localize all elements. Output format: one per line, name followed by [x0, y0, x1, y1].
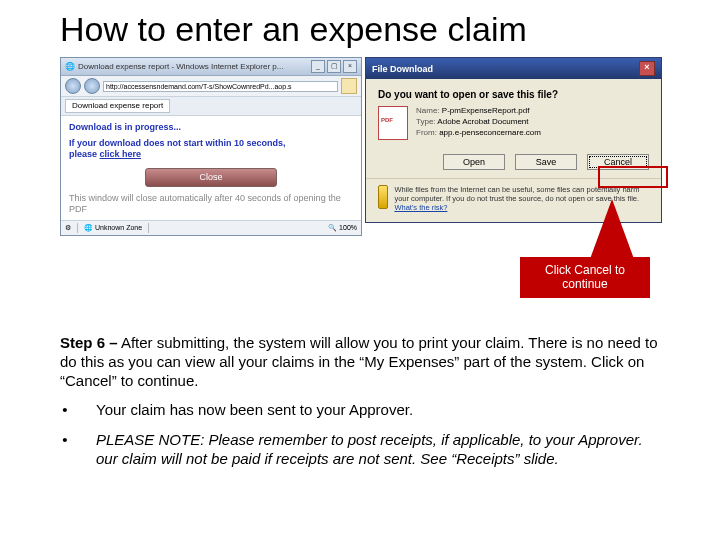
step6: Step 6 – After submitting, the system wi…	[60, 334, 660, 390]
cancel-highlight	[598, 166, 668, 188]
wait-line1: If your download does not start within 1…	[69, 138, 286, 148]
callout: Click Cancel to continue	[520, 257, 650, 298]
shield-icon	[378, 185, 388, 209]
close-button[interactable]: Close	[145, 168, 277, 187]
dialog-title-text: File Download	[372, 64, 433, 74]
minimize-icon[interactable]: _	[311, 60, 325, 73]
lock-icon	[341, 78, 357, 94]
screenshot-area: 🌐 Download expense report - Windows Inte…	[60, 57, 660, 322]
bullet2-row: • PLEASE NOTE: Please remember to post r…	[60, 430, 660, 469]
browser-window: 🌐 Download expense report - Windows Inte…	[60, 57, 362, 236]
whats-the-risk-link[interactable]: What's the risk?	[394, 203, 447, 212]
page-title: How to enter an expense claim	[60, 10, 660, 49]
close-icon[interactable]: ×	[343, 60, 357, 73]
type-label: Type:	[416, 117, 436, 126]
tab-strip: Download expense report	[61, 97, 361, 116]
bullet-dot: •	[60, 400, 70, 420]
tab-download[interactable]: Download expense report	[65, 99, 170, 113]
callout-arrow	[590, 199, 634, 259]
step6-text: After submitting, the system will allow …	[60, 334, 658, 389]
download-heading: Download is in progress...	[69, 122, 353, 133]
status-bar: ⚙ 🌐 Unknown Zone 🔍 100%	[61, 220, 361, 235]
zoom-value: 100%	[339, 224, 357, 231]
bullet1-text: Your claim has now been sent to your App…	[96, 400, 660, 420]
from-label: From:	[416, 128, 437, 137]
name-value: P-pmExpenseReport.pdf	[442, 106, 530, 115]
address-bar	[61, 76, 361, 97]
bullet1-row: • Your claim has now been sent to your A…	[60, 400, 660, 420]
step6-label: Step 6 –	[60, 334, 118, 351]
save-button[interactable]: Save	[515, 154, 577, 170]
security-zone: 🌐 Unknown Zone	[84, 224, 142, 232]
url-input[interactable]	[103, 81, 338, 92]
from-value: app.e-penseconcernare.com	[439, 128, 541, 137]
open-button[interactable]: Open	[443, 154, 505, 170]
dialog-question: Do you want to open or save this file?	[366, 79, 661, 106]
status-icon: ⚙	[65, 224, 71, 232]
zoom-level: 🔍 100%	[328, 224, 357, 232]
type-value: Adobe Acrobat Document	[437, 117, 528, 126]
back-icon[interactable]	[65, 78, 81, 94]
bullet2-italic: PLEASE NOTE: Please remember to post rec…	[96, 431, 643, 468]
ie-icon: 🌐	[65, 62, 75, 72]
autoclose-text: This window will close automatically aft…	[69, 193, 353, 215]
callout-text: Click Cancel to continue	[520, 257, 650, 298]
wait-line2a: please	[69, 149, 100, 159]
download-wait-msg: If your download does not start within 1…	[69, 138, 353, 160]
click-here-link[interactable]: click here	[100, 149, 142, 159]
dialog-close-icon[interactable]: ×	[639, 61, 655, 76]
pdf-icon	[378, 106, 408, 140]
browser-title-text: Download expense report - Windows Intern…	[78, 62, 283, 72]
name-label: Name:	[416, 106, 440, 115]
browser-titlebar: 🌐 Download expense report - Windows Inte…	[61, 58, 361, 76]
forward-icon[interactable]	[84, 78, 100, 94]
maximize-icon[interactable]: ▢	[327, 60, 341, 73]
bullet2-text: PLEASE NOTE: Please remember to post rec…	[96, 430, 660, 469]
globe-icon: 🌐	[84, 224, 93, 232]
dialog-titlebar: File Download ×	[366, 58, 661, 79]
zone-label: Unknown Zone	[95, 224, 142, 232]
bullet-dot: •	[60, 430, 70, 469]
file-details: Name: P-pmExpenseReport.pdf Type: Adobe …	[416, 106, 541, 140]
